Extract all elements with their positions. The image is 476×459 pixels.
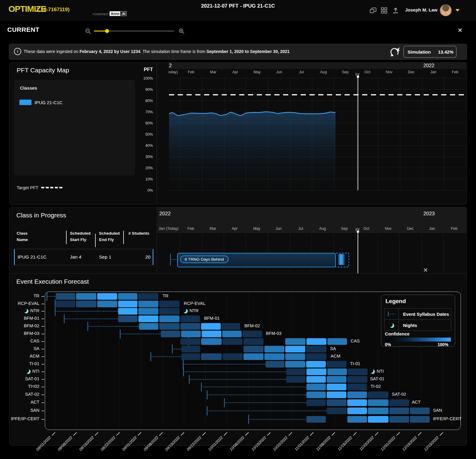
forecast-bar-segment[interactable] [410,408,430,414]
forecast-bar-segment[interactable] [327,408,346,414]
forecast-bar-segment[interactable] [306,346,326,352]
forecast-bar-segment[interactable] [118,301,137,307]
class-legend-label[interactable]: IPUG 21-C1C [35,100,63,105]
dashboard-grid-icon[interactable] [381,7,387,14]
close-view-icon[interactable]: ✕ [458,27,463,33]
rerun-simulation-jet-icon[interactable] [389,46,401,57]
forecast-bar-segment[interactable] [347,391,367,398]
forecast-bar-segment[interactable] [306,338,326,345]
forecast-bar-segment[interactable] [118,315,137,322]
forecast-bar-segment[interactable] [180,323,200,330]
forecast-bar-segment[interactable] [306,368,326,375]
forecast-bar-segment[interactable] [76,301,96,307]
windows-layout-icon[interactable] [370,7,377,14]
forecast-bar-segment[interactable] [159,308,180,315]
class-progress-bar[interactable]: 8 TRNG Days Behind [177,253,336,267]
upload-icon[interactable] [392,7,399,14]
forecast-bar-segment[interactable] [181,331,201,337]
forecast-bar-segment[interactable] [410,416,430,423]
forecast-bar-segment[interactable] [347,399,367,406]
forecast-bar-segment[interactable] [201,353,222,360]
avatar[interactable] [440,4,452,16]
forecast-bar-segment[interactable] [56,293,75,300]
forecast-bar-segment[interactable] [286,368,306,375]
forecast-bar-segment[interactable] [181,353,200,360]
forecast-bar-segment[interactable] [306,416,326,423]
forecast-bar-segment[interactable] [161,331,180,337]
forecast-bar-segment[interactable] [222,323,240,330]
forecast-bar-segment[interactable] [159,301,180,307]
forecast-bar-segment[interactable] [327,368,347,375]
forecast-bar-segment[interactable] [285,361,305,368]
forecast-bar-segment[interactable] [327,399,346,406]
forecast-bar-segment[interactable] [118,308,137,315]
forecast-bar-segment[interactable] [222,331,242,337]
forecast-bar-segment[interactable] [368,416,388,423]
forecast-bar-segment[interactable] [347,408,367,414]
forecast-bar-segment[interactable] [264,346,284,352]
chevron-down-icon[interactable] [455,9,460,12]
forecast-bar-segment[interactable] [138,293,158,300]
forecast-bar-segment[interactable] [56,301,75,307]
forecast-bar-segment[interactable] [138,315,158,322]
forecast-bar-segment[interactable] [285,346,305,352]
forecast-bar-segment[interactable] [201,323,221,330]
table-row[interactable]: IPUG 21-C1C Jan 4 Sep 1 20 [14,249,154,265]
row-end-label: BFM-02 [244,323,260,328]
forecast-bar-segment[interactable] [286,376,306,383]
forecast-bar-segment[interactable] [327,391,346,398]
forecast-bar-segment[interactable] [76,293,96,300]
forecast-bar-segment[interactable] [266,361,284,368]
forecast-bar-segment[interactable] [223,338,243,345]
forecast-bar-segment[interactable] [243,353,263,360]
forecast-bar-segment[interactable] [264,353,284,360]
forecast-bar-segment[interactable] [327,376,346,383]
forecast-bar-segment[interactable] [138,301,158,307]
forecast-bar-segment[interactable] [347,384,367,390]
forecast-bar-segment[interactable] [347,416,367,423]
forecast-bar-segment[interactable] [243,331,262,337]
forecast-bar-segment[interactable] [389,408,409,414]
forecast-bar-segment[interactable] [181,346,200,352]
forecast-bar-segment[interactable] [118,293,137,300]
class-forecast-ghost-segment[interactable] [335,253,349,267]
forecast-bar-segment[interactable] [180,315,200,322]
forecast-bar-segment[interactable] [97,301,117,307]
row-axis-tick [41,395,44,395]
forecast-bar-segment[interactable] [285,353,305,360]
forecast-bar-segment[interactable] [223,353,243,360]
zoom-out-icon[interactable] [85,28,91,34]
timeline-zoom-slider-thumb[interactable] [105,29,109,33]
forecast-bar-segment[interactable] [348,368,368,375]
forecast-bar-segment[interactable] [327,338,347,345]
forecast-bar-segment[interactable] [327,384,346,390]
forecast-bar-segment[interactable] [201,338,222,345]
forecast-bar-segment[interactable] [97,293,117,300]
forecast-bar-segment[interactable] [306,376,326,383]
zoom-in-icon[interactable] [179,28,185,34]
forecast-bar-segment[interactable] [159,323,180,330]
forecast-bar-segment[interactable] [368,391,388,398]
forecast-bar-segment[interactable] [306,361,326,368]
forecast-bar-segment[interactable] [368,408,388,414]
forecast-bar-segment[interactable] [389,399,409,406]
trng-days-behind-badge[interactable]: 8 TRNG Days Behind [180,256,229,263]
dismiss-gantt-icon[interactable]: ✕ [423,267,428,273]
forecast-bar-segment[interactable] [306,353,326,360]
forecast-bar-segment[interactable] [202,331,221,337]
forecast-bar-segment[interactable] [243,338,263,345]
forecast-bar-segment[interactable] [368,399,388,406]
forecast-bar-segment[interactable] [347,376,367,383]
forecast-bar-segment[interactable] [243,346,263,352]
forecast-bar-segment[interactable] [285,338,306,345]
forecast-bar-segment[interactable] [306,399,326,406]
forecast-bar-segment[interactable] [159,315,180,322]
forecast-bar-segment[interactable] [306,391,326,398]
forecast-bar-segment[interactable] [306,384,326,390]
forecast-bar-segment[interactable] [180,338,200,345]
forecast-bar-segment[interactable] [139,323,158,330]
forecast-bar-segment[interactable] [327,361,346,368]
pft-y-tick: 60% [138,121,153,125]
forecast-bar-segment[interactable] [389,416,409,423]
forecast-bar-segment[interactable] [138,308,158,315]
